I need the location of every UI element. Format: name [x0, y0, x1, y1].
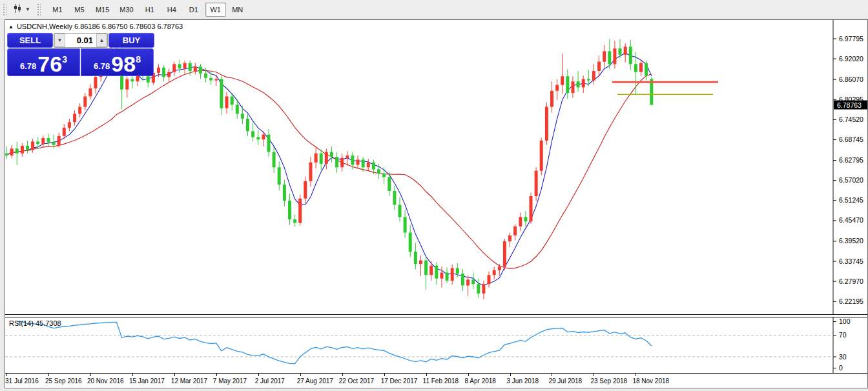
candle-body — [603, 51, 606, 61]
candle-body — [561, 76, 564, 85]
candle-body — [645, 63, 648, 75]
candle-body — [21, 146, 24, 154]
candle-body — [125, 79, 129, 90]
candle-body — [566, 76, 569, 93]
buy-price-sup: 8 — [136, 54, 141, 65]
sell-price-sup: 3 — [62, 54, 67, 65]
tf-button-w1[interactable]: W1 — [205, 3, 226, 17]
candle-body — [231, 96, 234, 105]
date-axis-label: 11 Feb 2018 — [423, 377, 459, 385]
candle-body — [320, 154, 323, 164]
sell-price-display[interactable]: 6.78 76 3 — [7, 48, 80, 76]
volume-decrease-button[interactable]: ▼ — [54, 34, 65, 47]
price-axis-label: 6.45470 — [839, 216, 863, 224]
candle-body — [555, 85, 559, 91]
candle-body — [619, 48, 622, 55]
candle-body — [513, 226, 517, 236]
candle-body — [524, 217, 527, 221]
candle-body — [157, 68, 160, 73]
toolbar-grip-2[interactable] — [36, 3, 41, 17]
candle-body — [477, 284, 480, 294]
candle-body — [167, 72, 170, 77]
candle-body — [429, 266, 433, 276]
candle-body — [508, 236, 512, 241]
candle-body — [330, 152, 333, 157]
tf-button-m1[interactable]: M1 — [47, 3, 68, 17]
tf-button-d1[interactable]: D1 — [183, 3, 204, 17]
candle-body — [26, 146, 29, 150]
candle-body — [404, 217, 407, 232]
buy-price-big: 98 — [111, 54, 136, 74]
price-axis-label: 6.92020 — [839, 55, 863, 63]
candle-body — [424, 261, 428, 276]
candle-body — [530, 196, 533, 221]
date-axis-label: 22 Oct 2017 — [339, 377, 374, 385]
rsi-indicator-chart[interactable]: 10070300 — [5, 317, 867, 373]
buy-button[interactable]: BUY — [108, 33, 154, 48]
candle-body — [147, 76, 150, 83]
price-axis-label: 6.57020 — [839, 176, 863, 184]
volume-increase-button[interactable]: ▲ — [96, 34, 107, 47]
metatrader-workspace: ▼ M1M5M15M30H1H4D1W1MN 6.977956.920206.8… — [0, 0, 868, 391]
candle-body — [183, 63, 187, 69]
candle-body — [540, 141, 543, 171]
candle-body — [409, 233, 412, 252]
date-axis-label: 18 Nov 2018 — [632, 377, 669, 385]
candle-body — [362, 159, 365, 167]
candle-body — [639, 63, 643, 72]
date-axis-tick — [300, 374, 301, 376]
tf-button-m15[interactable]: M15 — [91, 3, 114, 17]
candle-body — [178, 64, 181, 68]
date-axis-label: 2 Jul 2017 — [255, 377, 285, 385]
volume-input[interactable]: 0.01 — [65, 34, 96, 47]
chart-type-button[interactable]: ▼ — [8, 2, 34, 17]
date-axis-label: 15 Jan 2017 — [129, 377, 165, 385]
date-axis-tick — [468, 374, 469, 376]
candle-body — [466, 279, 470, 285]
candle-body — [377, 170, 380, 174]
date-axis-tick — [510, 374, 511, 376]
candle-body — [493, 270, 496, 276]
sell-price-prefix: 6.78 — [20, 61, 36, 71]
rsi-label: RSI(14) 45.7308 — [9, 319, 61, 327]
candle-body — [356, 159, 360, 165]
sell-button[interactable]: SELL — [7, 33, 53, 48]
chevron-down-icon: ▼ — [25, 6, 30, 12]
tf-button-h1[interactable]: H1 — [140, 3, 160, 17]
candle-body — [471, 279, 475, 284]
candle-body — [293, 219, 296, 223]
candle-body — [304, 181, 307, 199]
candle-body — [199, 66, 202, 74]
tf-button-mn[interactable]: MN — [227, 3, 248, 17]
candle-body — [298, 199, 302, 223]
date-axis[interactable]: 31 Jul 201625 Sep 201620 Nov 201615 Jan … — [5, 373, 867, 388]
candle-body — [367, 163, 370, 168]
one-click-collapse-icon[interactable]: ▲ — [8, 24, 14, 30]
tf-button-m5[interactable]: M5 — [69, 3, 90, 17]
candle-body — [550, 91, 553, 107]
buy-price-display[interactable]: 6.78 98 8 — [81, 48, 154, 76]
candle-body — [393, 191, 396, 205]
price-axis-label: 6.62795 — [839, 156, 863, 164]
candle-body — [456, 268, 459, 274]
candle-body — [10, 148, 14, 155]
tf-button-m30[interactable]: M30 — [115, 3, 138, 17]
candle-body — [256, 137, 260, 139]
tf-button-h4[interactable]: H4 — [161, 3, 182, 17]
buy-price-prefix: 6.78 — [94, 61, 110, 71]
candle-body — [461, 274, 464, 285]
candle-body — [16, 148, 19, 154]
date-axis-label: 7 May 2017 — [213, 377, 247, 385]
candle-body — [634, 64, 637, 72]
candle-body — [283, 185, 286, 201]
candle-body — [325, 152, 328, 164]
candle-body — [236, 105, 239, 114]
candle-body — [278, 167, 281, 185]
toolbar-grip[interactable] — [2, 3, 6, 17]
candle-body — [220, 79, 223, 108]
candle-body — [31, 141, 34, 150]
date-axis-tick — [6, 374, 7, 376]
candle-body — [414, 252, 417, 264]
candle-body — [241, 114, 244, 119]
candle-body — [592, 71, 595, 81]
